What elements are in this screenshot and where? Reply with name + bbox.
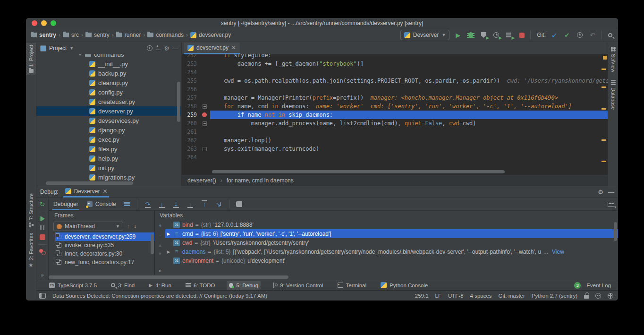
breakpoint-icon[interactable]: [202, 112, 207, 117]
code-line[interactable]: 254: [182, 68, 608, 77]
code-line[interactable]: 253 daemons += [_get_daemon("storybook")…: [182, 60, 608, 68]
close-window-button[interactable]: [32, 20, 37, 26]
breadcrumb-item[interactable]: runner: [116, 32, 141, 38]
frame-item[interactable]: new_func, decorators.py:17: [55, 258, 154, 266]
status-item[interactable]: 259:1: [415, 293, 429, 299]
status-item[interactable]: Python 2.7 (sentry): [532, 293, 577, 299]
code-line[interactable]: 258 for name, cmd in daemons: name: 'wor…: [182, 102, 608, 111]
tree-item[interactable]: devservices.py: [36, 116, 181, 125]
variable-item[interactable]: ▶≡daemons = {list: 5} [('webpack', ['/Us…: [165, 247, 618, 256]
gear-icon[interactable]: ⚙: [164, 45, 169, 52]
toolwindow-button-run[interactable]: ▶4: Run: [146, 281, 174, 290]
run-button[interactable]: ▶: [454, 31, 462, 39]
toolwindow-button-ts[interactable]: TSTypeScript 3.7.5: [47, 281, 99, 290]
editor-breadcrumb-item[interactable]: for name, cmd in daemons: [227, 177, 294, 184]
view-breakpoints-button[interactable]: [39, 249, 46, 255]
editor-breadcrumb-item[interactable]: devserver(): [187, 177, 216, 184]
tree-item[interactable]: files.py: [36, 144, 181, 154]
editor-tab-devserver[interactable]: devserver.py ✕: [184, 43, 240, 54]
tree-item[interactable]: createuser.py: [36, 97, 181, 106]
tree-item[interactable]: devserver.py: [36, 106, 181, 116]
view-options-icon[interactable]: [124, 202, 130, 206]
git-update-button[interactable]: ↙: [550, 31, 559, 39]
sidebar-tab-favorites[interactable]: 2: Favorites ★: [26, 231, 36, 270]
rerun-button[interactable]: ↻: [40, 201, 45, 207]
run-with-coverage-button[interactable]: ▶: [479, 31, 488, 39]
step-into-button[interactable]: ↓: [158, 200, 166, 208]
tab-console[interactable]: Console: [86, 198, 117, 210]
toolwindow-event-log[interactable]: Event Log: [584, 281, 613, 290]
thread-select[interactable]: MainThread ▼: [53, 222, 123, 231]
code-line[interactable]: 264: [182, 153, 608, 162]
tree-item[interactable]: config.py: [36, 87, 181, 97]
breadcrumb-item[interactable]: devserver.py: [190, 32, 231, 38]
breadcrumb-item[interactable]: src: [63, 32, 79, 38]
git-history-button[interactable]: [576, 31, 584, 39]
tree-item[interactable]: init.py: [36, 163, 181, 172]
toolwindow-button-todo[interactable]: 6: TODO: [183, 281, 218, 290]
expand-arrow-icon[interactable]: ▶: [166, 232, 171, 236]
code-line[interactable]: 256: [182, 85, 608, 94]
code-line[interactable]: 257 manager = Manager(Printer(prefix=pre…: [182, 94, 608, 102]
status-message[interactable]: Data Sources Detected: Connection proper…: [52, 293, 408, 299]
status-item[interactable]: Git: master: [499, 293, 525, 299]
close-icon[interactable]: ✕: [102, 188, 107, 195]
toolwindow-button-python[interactable]: Python Console: [378, 281, 430, 290]
code-line[interactable]: 259 if name not in skip_daemons:: [182, 111, 608, 119]
frame-item[interactable]: invoke, core.py:535: [55, 241, 154, 249]
add-watch-button[interactable]: +: [158, 222, 161, 229]
editor-hscroll-thumb[interactable]: [212, 170, 505, 173]
tree-item[interactable]: help.py: [36, 154, 181, 163]
frames-scrollbar[interactable]: [151, 234, 154, 254]
step-into-my-code-button[interactable]: ⇣: [172, 200, 180, 208]
code-line[interactable]: 255 cwd = os.path.realpath(os.path.join(…: [182, 77, 608, 85]
run-with-parameters-button[interactable]: ▶: [505, 31, 513, 39]
status-item[interactable]: LF: [435, 293, 441, 299]
tree-horizontal-scrollbar[interactable]: [46, 181, 133, 185]
fold-icon[interactable]: [203, 104, 207, 109]
debug-session-tab[interactable]: Devserver ✕: [63, 186, 110, 198]
expand-arrow-icon[interactable]: ▶: [166, 249, 171, 254]
view-link[interactable]: View: [552, 249, 564, 255]
error-stripe-mark[interactable]: [602, 161, 606, 162]
resume-button[interactable]: [40, 216, 45, 221]
code-line[interactable]: 263 sys.exit(manager.returncode): [182, 145, 608, 153]
toolwindow-button-debug[interactable]: 5: Debug: [227, 281, 261, 290]
previous-frame-button[interactable]: ↑: [127, 223, 130, 230]
collapse-all-icon[interactable]: [155, 45, 161, 51]
tree-item[interactable]: ▼commands: [36, 54, 181, 59]
fold-icon[interactable]: [203, 147, 207, 151]
locate-file-icon[interactable]: [147, 45, 153, 51]
code-line[interactable]: 261: [182, 128, 608, 136]
tree-item[interactable]: backup.py: [36, 69, 181, 78]
more-actions-button[interactable]: »: [159, 267, 162, 274]
frame-item[interactable]: devserver, devserver.py:259: [55, 232, 154, 241]
status-item[interactable]: 4 spaces: [470, 293, 492, 299]
globe-gear-icon[interactable]: [608, 293, 613, 299]
step-out-button[interactable]: ↑: [201, 200, 208, 208]
tree-item[interactable]: exec.py: [36, 135, 181, 144]
error-stripe-mark[interactable]: [602, 86, 606, 88]
tree-item[interactable]: cleanup.py: [36, 78, 181, 87]
error-stripe-mark[interactable]: [602, 139, 606, 141]
lock-icon[interactable]: [584, 295, 589, 299]
sidebar-tab-project[interactable]: 1: Project: [26, 43, 36, 75]
tree-item[interactable]: __init__.py: [36, 59, 181, 69]
chevron-down-icon[interactable]: ▼: [69, 46, 74, 51]
debug-button[interactable]: [466, 31, 475, 39]
git-rollback-button[interactable]: ↶: [588, 31, 597, 39]
code-line[interactable]: 262 manager.loop(): [182, 136, 608, 145]
more-actions-button[interactable]: »: [41, 272, 43, 278]
run-to-cursor-button[interactable]: ↘I: [215, 200, 222, 208]
variable-item[interactable]: ▶≡cmd = {list: 6} ['sentry', 'run', 'wor…: [165, 229, 618, 238]
sidebar-tab-structure[interactable]: 7: Structure: [26, 191, 36, 229]
next-frame-button[interactable]: ↓: [134, 223, 136, 230]
hide-panel-icon[interactable]: —: [608, 189, 614, 195]
tree-item[interactable]: django.py: [36, 125, 181, 135]
variable-item[interactable]: 01environment = {unicode} u'development': [165, 256, 618, 265]
status-item[interactable]: UTF-8: [448, 293, 464, 299]
breadcrumb-item[interactable]: sentry: [85, 32, 110, 38]
breadcrumb-item[interactable]: sentry: [31, 32, 56, 38]
stop-button[interactable]: [517, 31, 526, 39]
sidebar-tab-sciview[interactable]: SciView: [608, 45, 618, 74]
